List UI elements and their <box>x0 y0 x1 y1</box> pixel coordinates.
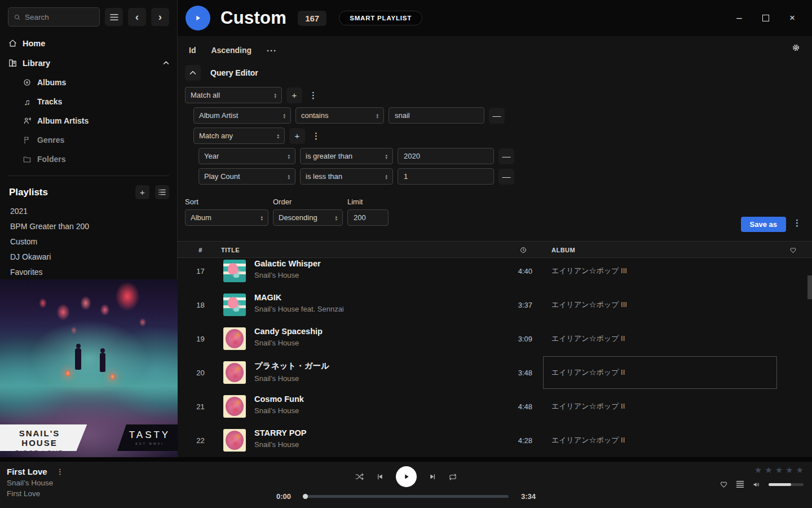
sort-select[interactable]: Album ▴▾ <box>185 209 268 226</box>
match-type-select[interactable]: Match any ▴▾ <box>193 128 285 144</box>
rule-value-input[interactable] <box>398 148 494 164</box>
track-title[interactable]: MAGIK <box>254 293 344 302</box>
maximize-button[interactable] <box>761 13 771 23</box>
now-playing-album[interactable]: First Love <box>7 489 66 498</box>
rule-operator-select[interactable]: is greater than ▴▾ <box>300 148 393 164</box>
remove-rule-button[interactable]: — <box>489 108 505 124</box>
previous-button[interactable] <box>376 472 385 481</box>
rule-operator-select[interactable]: contains ▴▾ <box>295 107 384 124</box>
star-icon[interactable]: ★ <box>754 465 762 475</box>
track-title[interactable]: Galactic Whisper <box>254 259 321 268</box>
sidebar-item-album-artists[interactable]: Album Artists <box>23 111 177 130</box>
now-playing-title[interactable]: First Love <box>7 467 47 476</box>
track-album[interactable]: エイリアン☆ポップ II <box>551 423 625 457</box>
rule-value-input[interactable] <box>398 168 494 185</box>
rule-field-select[interactable]: Play Count ▴▾ <box>198 168 295 185</box>
volume-button[interactable] <box>752 480 761 489</box>
order-select[interactable]: Descending ▴▾ <box>273 209 343 226</box>
limit-input[interactable] <box>347 209 389 226</box>
track-row[interactable]: 22 STARRY POP Snail’s House 4:28 エイリアン☆ポ… <box>178 423 812 457</box>
search-input[interactable] <box>25 13 94 21</box>
rating-stars[interactable]: ★ ★ ★ ★ ★ <box>719 465 804 475</box>
back-button[interactable]: ‹ <box>128 8 146 26</box>
add-playlist-button[interactable]: + <box>135 185 149 199</box>
add-rule-button[interactable]: + <box>286 87 302 103</box>
sidebar-item-home[interactable]: Home <box>0 33 177 53</box>
sidebar-item-albums[interactable]: Albums <box>23 73 177 92</box>
queue-button[interactable] <box>736 480 744 488</box>
now-playing-album-art[interactable]: SNAIL'S HOUSE FIRST LOVE TASTY EST MMXI <box>0 279 178 457</box>
rule-value-input[interactable] <box>389 107 484 124</box>
remove-rule-button[interactable]: — <box>498 169 514 185</box>
sidebar-item-genres[interactable]: Genres <box>23 130 177 150</box>
favorite-column-header[interactable] <box>789 242 797 259</box>
remove-rule-button[interactable]: — <box>498 148 514 164</box>
playlist-item[interactable]: BPM Greater than 200 <box>9 219 168 234</box>
close-button[interactable]: × <box>787 13 797 23</box>
track-row[interactable]: 21 Cosmo Funk Snail’s House 4:48 エイリアン☆ポ… <box>178 389 812 423</box>
settings-button[interactable] <box>791 43 801 54</box>
seek-knob[interactable] <box>303 494 308 499</box>
more-options-button[interactable]: ··· <box>267 46 277 55</box>
playlist-item[interactable]: Custom <box>9 234 168 249</box>
track-row[interactable]: 20 プラネット・ガール Snail’s House 3:48 エイリアン☆ポッ… <box>178 356 812 389</box>
track-row[interactable]: 18 MAGIK Snail’s House feat. Sennzai 3:3… <box>178 288 812 322</box>
sidebar-item-tracks[interactable]: ♫ Tracks <box>23 92 177 111</box>
playlist-list-button[interactable] <box>155 185 169 199</box>
track-artist[interactable]: Snail’s House <box>254 339 323 347</box>
now-playing-artist[interactable]: Snail’s House <box>7 479 66 487</box>
save-options-button[interactable]: ⋮ <box>791 218 804 228</box>
play-pause-button[interactable] <box>396 466 417 487</box>
rule-field-select[interactable]: Year ▴▾ <box>198 148 295 164</box>
track-artist[interactable]: Snail’s House feat. Sennzai <box>254 305 344 313</box>
track-album[interactable]: エイリアン☆ポップ II <box>551 356 625 389</box>
track-title[interactable]: Candy Spaceship <box>254 327 323 336</box>
seek-bar[interactable] <box>303 495 509 498</box>
minimize-button[interactable]: – <box>734 13 744 23</box>
star-icon[interactable]: ★ <box>785 465 793 475</box>
play-playlist-button[interactable] <box>186 6 210 30</box>
track-album[interactable]: エイリアン☆ポップ II <box>551 389 625 423</box>
collapse-query-editor-button[interactable] <box>185 65 201 81</box>
repeat-button[interactable] <box>448 472 458 481</box>
track-artist[interactable]: Snail’s House <box>254 374 329 383</box>
add-rule-button[interactable]: + <box>289 128 305 144</box>
sort-field-button[interactable]: Id <box>189 46 196 55</box>
column-title[interactable]: TITLE <box>221 242 240 259</box>
column-album[interactable]: ALBUM <box>551 242 575 259</box>
star-icon[interactable]: ★ <box>765 465 772 475</box>
star-icon[interactable]: ★ <box>796 465 804 475</box>
column-index[interactable]: # <box>178 242 223 259</box>
sidebar-item-folders[interactable]: Folders <box>23 150 177 169</box>
favorite-button[interactable] <box>719 480 729 489</box>
rule-field-select[interactable]: Album Artist ▴▾ <box>193 107 291 124</box>
track-album[interactable]: エイリアン☆ポップ III <box>551 259 627 288</box>
group-options-button[interactable]: ⋮ <box>310 131 323 141</box>
playlist-item[interactable]: 2021 <box>9 204 168 219</box>
scrollbar-thumb[interactable] <box>807 275 812 299</box>
group-options-button[interactable]: ⋮ <box>307 90 320 100</box>
volume-slider[interactable] <box>769 483 804 486</box>
menu-button[interactable] <box>105 8 123 26</box>
track-artist[interactable]: Snail’s House <box>254 406 304 415</box>
rule-operator-select[interactable]: is less than ▴▾ <box>300 168 393 185</box>
track-row[interactable]: 17 Galactic Whisper Snail’s House 4:40 エ… <box>178 259 812 288</box>
playlist-item[interactable]: Favorites <box>9 265 168 280</box>
sort-order-button[interactable]: Ascending <box>211 46 251 55</box>
track-album[interactable]: エイリアン☆ポップ III <box>551 288 627 322</box>
save-as-button[interactable]: Save as <box>741 217 786 232</box>
star-icon[interactable]: ★ <box>775 465 783 475</box>
now-playing-options-button[interactable]: ⋮ <box>54 467 66 476</box>
track-title[interactable]: STARRY POP <box>254 428 306 437</box>
track-artist[interactable]: Snail’s House <box>254 440 306 449</box>
track-artist[interactable]: Snail’s House <box>254 271 321 279</box>
duration-column-header[interactable] <box>519 242 527 259</box>
sidebar-item-library[interactable]: Library <box>0 53 177 73</box>
chevron-up-icon[interactable] <box>163 61 169 65</box>
match-type-select[interactable]: Match all ▴▾ <box>185 87 282 103</box>
playlist-item[interactable]: DJ Okawari <box>9 249 168 265</box>
track-title[interactable]: Cosmo Funk <box>254 395 304 404</box>
forward-button[interactable]: › <box>151 8 169 26</box>
shuffle-button[interactable] <box>354 472 365 481</box>
track-title[interactable]: プラネット・ガール <box>254 361 329 371</box>
